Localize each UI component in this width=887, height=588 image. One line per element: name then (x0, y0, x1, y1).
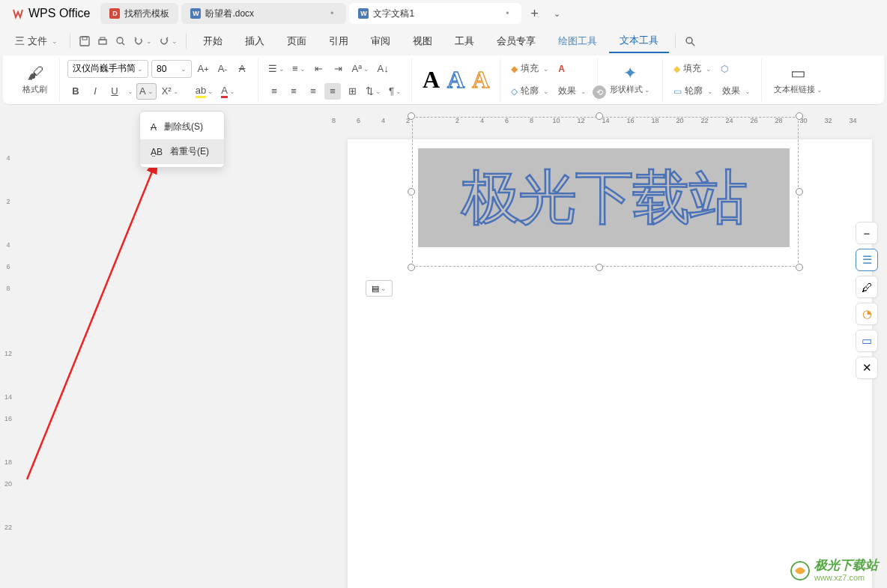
tab-dirty-icon: • (502, 8, 512, 19)
group-wordart: A A A (412, 58, 500, 101)
handle-se[interactable] (796, 264, 803, 271)
format-painter-button[interactable]: 🖌 格式刷 (18, 61, 52, 98)
print-button[interactable] (94, 33, 111, 49)
handle-ne[interactable] (796, 112, 803, 120)
ribbon-tab-view[interactable]: 视图 (402, 30, 443, 52)
align-center-button[interactable]: ≡ (285, 83, 302, 100)
more-font-button[interactable]: A⌄ (136, 83, 157, 100)
ribbon-tab-reference[interactable]: 引用 (318, 30, 359, 52)
chevron-down-icon[interactable]: ⌄ (127, 88, 133, 95)
rotate-handle[interactable]: ⟲ (593, 85, 606, 99)
shape-effect-button[interactable]: 效果⌄ (719, 82, 754, 101)
ribbon-tab-review[interactable]: 审阅 (360, 30, 401, 52)
textbox-content[interactable]: 极光下载站 (418, 148, 790, 247)
ribbon-tab-texttools[interactable]: 文本工具 (609, 29, 669, 53)
separator (70, 34, 70, 49)
decrease-font-button[interactable]: A- (214, 61, 231, 77)
highlight-button[interactable]: ab⌄ (193, 83, 216, 100)
number-list-button[interactable]: ≡⌄ (290, 61, 308, 77)
dropdown-emphasis[interactable]: A̤B 着重号(E) (140, 139, 224, 164)
handle-e[interactable] (796, 188, 803, 196)
align-justify-button[interactable]: ≡ (324, 83, 341, 100)
handle-w[interactable] (408, 188, 415, 196)
indent-increase-button[interactable]: ⇥ (330, 61, 347, 77)
float-tools-button[interactable]: ✕ (856, 357, 878, 379)
bullet-list-button[interactable]: ☰⌄ (266, 61, 287, 77)
increase-font-button[interactable]: A+ (195, 61, 211, 77)
tab-doc1[interactable]: W 盼望着.docx • (181, 3, 346, 24)
text-effect-a[interactable]: A (555, 59, 568, 79)
shape-outline-button[interactable]: ▭轮廓⌄ (670, 82, 716, 101)
text-direction-button[interactable]: Aª⌄ (350, 61, 372, 77)
text-effect-button[interactable]: 效果⌄ (555, 82, 590, 101)
shape-3d-button[interactable]: ⬡ (718, 59, 731, 79)
separator (186, 34, 187, 49)
svg-rect-2 (99, 40, 106, 44)
layout-options-button[interactable]: ▤⌄ (366, 280, 393, 297)
separator (675, 34, 676, 49)
float-shape-button[interactable]: ◔ (856, 303, 878, 325)
group-format-painter: 🖌 格式刷 (10, 58, 60, 101)
font-name-select[interactable]: 汉仪尚巍手书简⌄ (67, 60, 148, 78)
ribbon-tab-insert[interactable]: 插入 (234, 30, 275, 52)
float-screen-button[interactable]: ▭ (856, 330, 878, 352)
ribbon-tab-drawing[interactable]: 绘图工具 (548, 30, 608, 52)
doc-icon: W (190, 8, 201, 19)
watermark-title: 极光下载站 (814, 559, 878, 573)
paragraph-spacing-button[interactable]: ¶⌄ (387, 83, 404, 100)
handle-n[interactable] (596, 112, 603, 120)
wordart-style-3[interactable]: A (469, 66, 492, 94)
wordart-style-1[interactable]: A (420, 66, 443, 94)
dropdown-strikethrough[interactable]: A 删除线(S) (140, 115, 224, 139)
shape-style-label: 形状样式⌄ (610, 84, 650, 95)
file-menu[interactable]: 三 文件 ⌄ (9, 30, 64, 52)
textbox-link-button[interactable]: ▭ 文本框链接⌄ (769, 61, 827, 98)
font-color-button[interactable]: A⌄ (219, 83, 237, 100)
bold-button[interactable]: B (67, 83, 84, 100)
redo-button[interactable]: ⌄ (156, 33, 180, 49)
shape-style-icon: ✦ (623, 64, 637, 82)
ribbon-tab-page[interactable]: 页面 (276, 30, 317, 52)
font-size-select[interactable]: 80⌄ (151, 60, 192, 78)
search-button[interactable] (682, 33, 698, 49)
save-button[interactable] (76, 33, 93, 49)
handle-sw[interactable] (408, 264, 415, 271)
shape-fill-button[interactable]: ◆填充⌄ (670, 59, 715, 79)
ribbon-tab-start[interactable]: 开始 (193, 30, 233, 52)
float-collapse-button[interactable]: − (856, 222, 878, 244)
underline-button[interactable]: U (106, 83, 123, 100)
indent-decrease-button[interactable]: ⇤ (311, 61, 327, 77)
new-tab-button[interactable]: + (524, 4, 544, 23)
tab-templates[interactable]: D 找稻壳模板 (100, 3, 178, 24)
shape-style-button[interactable]: ✦ 形状样式⌄ (605, 61, 655, 98)
textbox-selection[interactable]: ⟲ 极光下载站 (402, 105, 797, 279)
line-spacing-button[interactable]: ⇅⌄ (363, 83, 384, 100)
align-right-button[interactable]: ≡ (305, 83, 321, 100)
align-left-button[interactable]: ≡ (266, 83, 282, 100)
tab-doc2[interactable]: W 文字文稿1 • (349, 3, 521, 24)
float-layout-button[interactable]: ☰ (856, 249, 878, 271)
emphasis-icon: A̤B (151, 147, 163, 157)
doc-icon: W (358, 8, 369, 19)
handle-s[interactable] (596, 264, 603, 271)
distribute-button[interactable]: ⊞ (344, 83, 360, 100)
tab-menu-button[interactable]: ⌄ (547, 4, 566, 23)
preview-button[interactable] (112, 33, 129, 49)
text-outline-button[interactable]: ◇轮廓⌄ (508, 82, 552, 101)
text-fill-button[interactable]: ◆填充⌄ (508, 59, 552, 79)
app-logo[interactable]: WPS Office (4, 3, 97, 24)
svg-rect-0 (80, 37, 89, 46)
sort-button[interactable]: A↓ (375, 61, 391, 77)
svg-point-6 (686, 37, 692, 43)
ribbon-tab-tools[interactable]: 工具 (444, 30, 485, 52)
superscript-button[interactable]: X²⌄ (160, 83, 181, 100)
ribbon-tab-vip[interactable]: 会员专享 (486, 30, 546, 52)
clear-format-button[interactable]: A (234, 61, 250, 77)
tab-label: 文字文稿1 (373, 7, 497, 20)
handle-nw[interactable] (408, 112, 415, 120)
svg-rect-3 (100, 37, 105, 40)
wordart-style-2[interactable]: A (444, 66, 467, 94)
undo-button[interactable]: ⌄ (130, 33, 154, 49)
float-brush-button[interactable]: 🖊 (856, 276, 878, 298)
italic-button[interactable]: I (87, 83, 103, 100)
